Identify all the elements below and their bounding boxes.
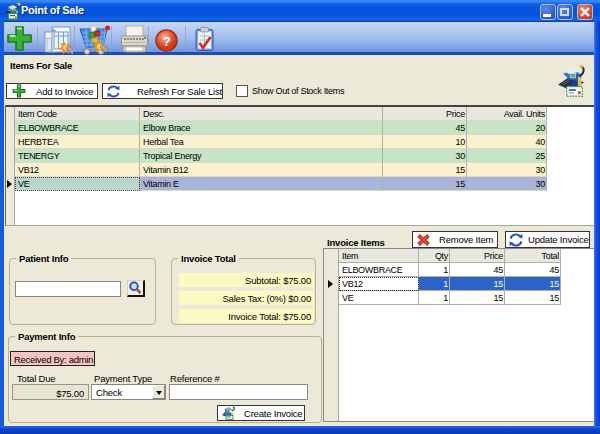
svg-text:?: ? <box>162 34 170 49</box>
